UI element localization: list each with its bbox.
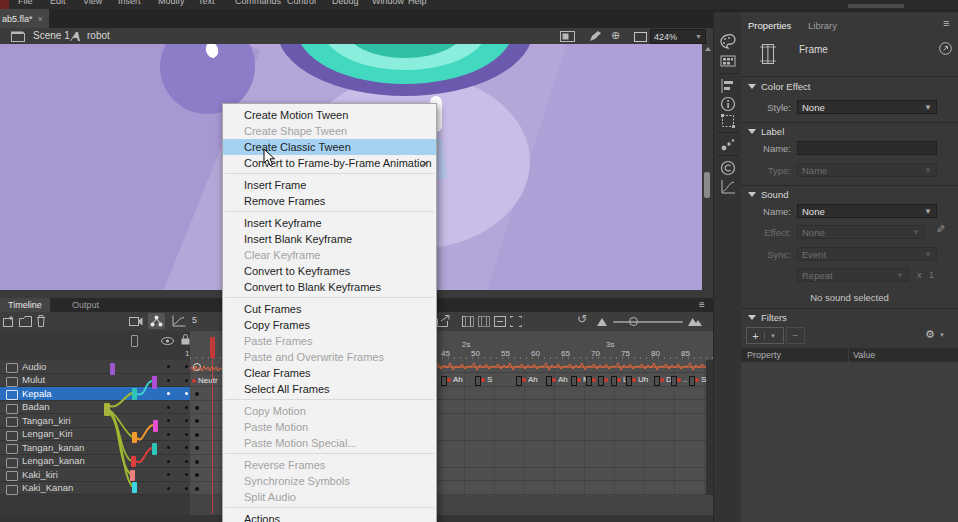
sound-name-dropdown[interactable]: None ▼ <box>797 204 937 218</box>
section-label[interactable]: Label <box>748 126 784 137</box>
menu-item-insert-keyframe[interactable]: Insert Keyframe <box>223 215 436 231</box>
menu-item-convert-to-keyframes[interactable]: Convert to Keyframes <box>223 263 436 279</box>
section-sound[interactable]: Sound <box>748 189 788 200</box>
remove-filter-button[interactable]: − <box>786 327 805 344</box>
section-color-effect[interactable]: Color Effect <box>748 81 810 92</box>
filter-options-button[interactable]: ⚙ ▼ <box>919 327 951 342</box>
menu-item-clear-frames[interactable]: Clear Frames <box>223 365 436 381</box>
menu-item-copy-frames[interactable]: Copy Frames <box>223 317 436 333</box>
zoom-level-select[interactable]: 424% ▼ <box>650 29 706 44</box>
menu-item-convert-to-blank-keyframes[interactable]: Convert to Blank Keyframes <box>223 279 436 295</box>
frame-1-column[interactable]: Neutr <box>190 360 222 495</box>
workspace-switcher[interactable] <box>848 4 904 8</box>
breadcrumb-scene[interactable]: Scene 1 <box>33 30 70 41</box>
document-tab[interactable]: ab5.fla* × <box>0 9 49 28</box>
breadcrumb-symbol[interactable]: robot <box>87 30 110 41</box>
info-panel-icon[interactable] <box>720 96 736 112</box>
menu-item-select-all-frames[interactable]: Select All Frames <box>223 381 436 397</box>
menu-control[interactable]: Control <box>287 0 316 6</box>
style-dropdown[interactable]: None ▼ <box>797 100 937 114</box>
playhead-line <box>212 358 213 514</box>
cc-libraries-icon[interactable] <box>720 160 736 176</box>
chevron-down-icon: ▼ <box>695 33 702 40</box>
menu-text[interactable]: Text <box>198 0 215 6</box>
menu-help[interactable]: Help <box>408 0 427 6</box>
parenting-view-button[interactable] <box>148 313 165 329</box>
tab-output[interactable]: Output <box>64 298 107 312</box>
chevron-down-icon: ▼ <box>924 250 932 259</box>
menu-edit[interactable]: Edit <box>50 0 66 6</box>
mouse-cursor <box>263 148 276 167</box>
chevron-down-icon: ▼ <box>924 166 932 175</box>
ruler-frame-1: 1 <box>185 349 189 358</box>
edit-symbols-icon[interactable] <box>589 31 602 42</box>
menu-item-create-motion-tween[interactable]: Create Motion Tween <box>223 107 436 123</box>
menu-item-cut-frames[interactable]: Cut Frames <box>223 301 436 317</box>
chevron-down-icon: ▼ <box>912 228 920 237</box>
edit-multiple-frames-icon[interactable] <box>494 316 506 327</box>
frame-zoom-slider-track[interactable] <box>613 321 683 323</box>
help-link-icon[interactable] <box>939 42 952 55</box>
menu-debug[interactable]: Debug <box>332 0 359 6</box>
layer-icon <box>6 404 18 414</box>
keyframe-dot <box>195 419 199 423</box>
keyframe-dot <box>195 460 199 464</box>
tab-timeline[interactable]: Timeline <box>0 298 50 312</box>
menu-modify[interactable]: Modify <box>158 0 185 6</box>
frame-zoom-slider-knob[interactable] <box>629 317 638 326</box>
zoom-in-frames-icon[interactable] <box>688 316 702 326</box>
properties-panel-menu-icon[interactable]: ≡ <box>943 17 949 29</box>
swatches-icon[interactable] <box>720 53 736 69</box>
menu-item-actions[interactable]: Actions <box>223 511 436 522</box>
brush-settings-icon[interactable] <box>720 137 736 153</box>
clip-icon[interactable] <box>560 31 575 42</box>
add-filter-button[interactable]: + ▼ <box>746 327 784 344</box>
export-frames-icon[interactable] <box>437 315 450 327</box>
new-folder-icon[interactable] <box>19 316 32 327</box>
menu-insert[interactable]: Insert <box>118 0 141 6</box>
menu-separator <box>225 507 434 508</box>
section-filters[interactable]: Filters <box>748 312 787 323</box>
transform-panel-icon[interactable] <box>720 113 736 129</box>
onion-skin-outline-icon[interactable] <box>478 316 490 327</box>
menu-item-insert-frame[interactable]: Insert Frame <box>223 177 436 193</box>
motion-editor-icon[interactable] <box>720 179 736 195</box>
label-name-input[interactable] <box>797 141 937 155</box>
menu-view[interactable]: View <box>83 0 102 6</box>
tab-properties[interactable]: Properties <box>748 20 791 31</box>
fit-to-window-icon[interactable] <box>634 32 647 42</box>
center-frame-icon[interactable]: ⊕ <box>611 29 620 42</box>
menu-commands[interactable]: Commands <box>235 0 281 6</box>
menu-item-reverse-frames: Reverse Frames <box>223 457 436 473</box>
stage-vscroll-thumb[interactable] <box>704 172 710 198</box>
edit-sound-pencil-icon[interactable]: ✎ <box>936 223 945 236</box>
timeline-frames-grid[interactable]: Ah S Ah Ah M E L Uh D .. S <box>435 360 706 495</box>
close-tab-icon[interactable]: × <box>38 14 43 24</box>
keyframe-dot <box>195 433 199 437</box>
layer-color-swatch-lengan-kanan <box>131 456 136 467</box>
playhead-marker[interactable] <box>210 337 215 358</box>
menu-item-remove-frames[interactable]: Remove Frames <box>223 193 436 209</box>
menu-window[interactable]: Window <box>372 0 404 6</box>
menu-file[interactable]: File <box>18 0 33 6</box>
color-palette-icon[interactable] <box>720 34 736 50</box>
modify-markers-icon[interactable] <box>510 316 522 327</box>
delete-layer-icon[interactable] <box>36 315 46 327</box>
menu-item-insert-blank-keyframe[interactable]: Insert Blank Keyframe <box>223 231 436 247</box>
graph-editor-icon[interactable] <box>172 315 186 327</box>
align-panel-icon[interactable] <box>720 78 736 94</box>
undo-icon[interactable]: ↺ <box>577 312 587 326</box>
section-divider <box>741 308 958 309</box>
menu-item-convert-frame-by-frame[interactable]: Convert to Frame-by-Frame Animation > <box>223 155 436 171</box>
onion-skin-icon[interactable] <box>462 316 474 327</box>
camera-icon[interactable] <box>129 316 143 327</box>
stage-vertical-scrollbar[interactable] <box>702 44 713 298</box>
new-layer-icon[interactable] <box>3 316 15 327</box>
tab-library[interactable]: Library <box>808 20 837 31</box>
timeline-panel-menu-icon[interactable]: ≡ <box>699 299 705 310</box>
lock-icon[interactable] <box>181 334 190 345</box>
visibility-eye-icon[interactable] <box>161 337 174 345</box>
chevron-down-icon: ▼ <box>896 271 904 280</box>
zoom-out-frames-icon[interactable] <box>597 318 607 326</box>
menu-item-create-classic-tween[interactable]: Create Classic Tween <box>223 139 436 155</box>
